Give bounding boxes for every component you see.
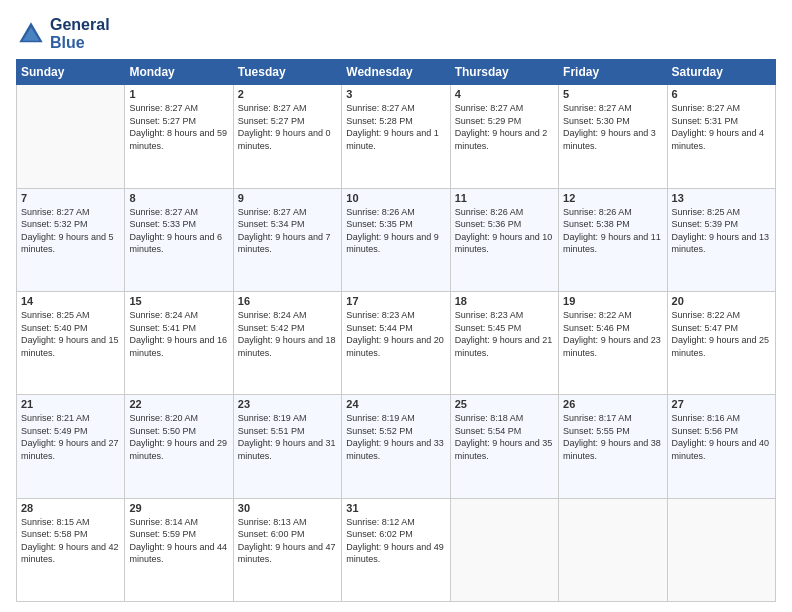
day-number: 12 (563, 192, 662, 204)
day-number: 14 (21, 295, 120, 307)
calendar-cell: 13Sunrise: 8:25 AMSunset: 5:39 PMDayligh… (667, 188, 775, 291)
calendar-cell: 29Sunrise: 8:14 AMSunset: 5:59 PMDayligh… (125, 498, 233, 601)
cell-info: Sunrise: 8:25 AMSunset: 5:40 PMDaylight:… (21, 309, 120, 359)
calendar-cell: 14Sunrise: 8:25 AMSunset: 5:40 PMDayligh… (17, 291, 125, 394)
calendar-week-1: 7Sunrise: 8:27 AMSunset: 5:32 PMDaylight… (17, 188, 776, 291)
cell-info: Sunrise: 8:23 AMSunset: 5:45 PMDaylight:… (455, 309, 554, 359)
cell-info: Sunrise: 8:15 AMSunset: 5:58 PMDaylight:… (21, 516, 120, 566)
calendar-cell: 2Sunrise: 8:27 AMSunset: 5:27 PMDaylight… (233, 85, 341, 188)
cell-info: Sunrise: 8:27 AMSunset: 5:27 PMDaylight:… (238, 102, 337, 152)
calendar-cell: 25Sunrise: 8:18 AMSunset: 5:54 PMDayligh… (450, 395, 558, 498)
calendar-cell: 4Sunrise: 8:27 AMSunset: 5:29 PMDaylight… (450, 85, 558, 188)
cell-info: Sunrise: 8:26 AMSunset: 5:36 PMDaylight:… (455, 206, 554, 256)
calendar-cell: 24Sunrise: 8:19 AMSunset: 5:52 PMDayligh… (342, 395, 450, 498)
calendar-cell: 1Sunrise: 8:27 AMSunset: 5:27 PMDaylight… (125, 85, 233, 188)
cell-info: Sunrise: 8:19 AMSunset: 5:52 PMDaylight:… (346, 412, 445, 462)
calendar-cell: 10Sunrise: 8:26 AMSunset: 5:35 PMDayligh… (342, 188, 450, 291)
cell-info: Sunrise: 8:16 AMSunset: 5:56 PMDaylight:… (672, 412, 771, 462)
day-number: 28 (21, 502, 120, 514)
calendar-table: SundayMondayTuesdayWednesdayThursdayFrid… (16, 59, 776, 602)
calendar-cell: 12Sunrise: 8:26 AMSunset: 5:38 PMDayligh… (559, 188, 667, 291)
day-number: 1 (129, 88, 228, 100)
day-number: 15 (129, 295, 228, 307)
cell-info: Sunrise: 8:19 AMSunset: 5:51 PMDaylight:… (238, 412, 337, 462)
header: General Blue (16, 16, 776, 51)
day-number: 17 (346, 295, 445, 307)
calendar-cell: 22Sunrise: 8:20 AMSunset: 5:50 PMDayligh… (125, 395, 233, 498)
day-number: 11 (455, 192, 554, 204)
day-number: 6 (672, 88, 771, 100)
calendar-header-saturday: Saturday (667, 60, 775, 85)
calendar-cell: 19Sunrise: 8:22 AMSunset: 5:46 PMDayligh… (559, 291, 667, 394)
calendar-cell: 26Sunrise: 8:17 AMSunset: 5:55 PMDayligh… (559, 395, 667, 498)
day-number: 27 (672, 398, 771, 410)
day-number: 25 (455, 398, 554, 410)
calendar-cell: 17Sunrise: 8:23 AMSunset: 5:44 PMDayligh… (342, 291, 450, 394)
calendar-cell: 28Sunrise: 8:15 AMSunset: 5:58 PMDayligh… (17, 498, 125, 601)
calendar-header-wednesday: Wednesday (342, 60, 450, 85)
calendar-cell: 31Sunrise: 8:12 AMSunset: 6:02 PMDayligh… (342, 498, 450, 601)
cell-info: Sunrise: 8:24 AMSunset: 5:41 PMDaylight:… (129, 309, 228, 359)
day-number: 8 (129, 192, 228, 204)
calendar-cell: 15Sunrise: 8:24 AMSunset: 5:41 PMDayligh… (125, 291, 233, 394)
calendar-cell: 7Sunrise: 8:27 AMSunset: 5:32 PMDaylight… (17, 188, 125, 291)
day-number: 13 (672, 192, 771, 204)
calendar-week-0: 1Sunrise: 8:27 AMSunset: 5:27 PMDaylight… (17, 85, 776, 188)
cell-info: Sunrise: 8:27 AMSunset: 5:28 PMDaylight:… (346, 102, 445, 152)
day-number: 22 (129, 398, 228, 410)
cell-info: Sunrise: 8:23 AMSunset: 5:44 PMDaylight:… (346, 309, 445, 359)
day-number: 3 (346, 88, 445, 100)
cell-info: Sunrise: 8:12 AMSunset: 6:02 PMDaylight:… (346, 516, 445, 566)
cell-info: Sunrise: 8:13 AMSunset: 6:00 PMDaylight:… (238, 516, 337, 566)
day-number: 5 (563, 88, 662, 100)
cell-info: Sunrise: 8:17 AMSunset: 5:55 PMDaylight:… (563, 412, 662, 462)
calendar-cell (450, 498, 558, 601)
day-number: 16 (238, 295, 337, 307)
cell-info: Sunrise: 8:20 AMSunset: 5:50 PMDaylight:… (129, 412, 228, 462)
logo-icon (16, 19, 46, 49)
cell-info: Sunrise: 8:27 AMSunset: 5:27 PMDaylight:… (129, 102, 228, 152)
cell-info: Sunrise: 8:27 AMSunset: 5:32 PMDaylight:… (21, 206, 120, 256)
calendar-cell: 5Sunrise: 8:27 AMSunset: 5:30 PMDaylight… (559, 85, 667, 188)
day-number: 4 (455, 88, 554, 100)
cell-info: Sunrise: 8:22 AMSunset: 5:47 PMDaylight:… (672, 309, 771, 359)
calendar-cell: 9Sunrise: 8:27 AMSunset: 5:34 PMDaylight… (233, 188, 341, 291)
calendar-cell: 27Sunrise: 8:16 AMSunset: 5:56 PMDayligh… (667, 395, 775, 498)
day-number: 29 (129, 502, 228, 514)
calendar-cell: 30Sunrise: 8:13 AMSunset: 6:00 PMDayligh… (233, 498, 341, 601)
cell-info: Sunrise: 8:27 AMSunset: 5:33 PMDaylight:… (129, 206, 228, 256)
day-number: 24 (346, 398, 445, 410)
calendar-cell: 20Sunrise: 8:22 AMSunset: 5:47 PMDayligh… (667, 291, 775, 394)
cell-info: Sunrise: 8:24 AMSunset: 5:42 PMDaylight:… (238, 309, 337, 359)
cell-info: Sunrise: 8:14 AMSunset: 5:59 PMDaylight:… (129, 516, 228, 566)
calendar-cell (559, 498, 667, 601)
calendar-cell: 6Sunrise: 8:27 AMSunset: 5:31 PMDaylight… (667, 85, 775, 188)
day-number: 23 (238, 398, 337, 410)
cell-info: Sunrise: 8:27 AMSunset: 5:29 PMDaylight:… (455, 102, 554, 152)
calendar-header-sunday: Sunday (17, 60, 125, 85)
cell-info: Sunrise: 8:25 AMSunset: 5:39 PMDaylight:… (672, 206, 771, 256)
day-number: 30 (238, 502, 337, 514)
day-number: 18 (455, 295, 554, 307)
calendar-week-2: 14Sunrise: 8:25 AMSunset: 5:40 PMDayligh… (17, 291, 776, 394)
day-number: 20 (672, 295, 771, 307)
calendar-header-monday: Monday (125, 60, 233, 85)
calendar-cell: 3Sunrise: 8:27 AMSunset: 5:28 PMDaylight… (342, 85, 450, 188)
calendar-cell: 23Sunrise: 8:19 AMSunset: 5:51 PMDayligh… (233, 395, 341, 498)
day-number: 2 (238, 88, 337, 100)
calendar-cell: 16Sunrise: 8:24 AMSunset: 5:42 PMDayligh… (233, 291, 341, 394)
page: General Blue SundayMondayTuesdayWednesda… (0, 0, 792, 612)
calendar-cell: 8Sunrise: 8:27 AMSunset: 5:33 PMDaylight… (125, 188, 233, 291)
cell-info: Sunrise: 8:21 AMSunset: 5:49 PMDaylight:… (21, 412, 120, 462)
calendar-cell: 18Sunrise: 8:23 AMSunset: 5:45 PMDayligh… (450, 291, 558, 394)
cell-info: Sunrise: 8:26 AMSunset: 5:38 PMDaylight:… (563, 206, 662, 256)
cell-info: Sunrise: 8:27 AMSunset: 5:34 PMDaylight:… (238, 206, 337, 256)
day-number: 19 (563, 295, 662, 307)
calendar-cell (667, 498, 775, 601)
calendar-header-tuesday: Tuesday (233, 60, 341, 85)
calendar-week-4: 28Sunrise: 8:15 AMSunset: 5:58 PMDayligh… (17, 498, 776, 601)
calendar-cell (17, 85, 125, 188)
cell-info: Sunrise: 8:22 AMSunset: 5:46 PMDaylight:… (563, 309, 662, 359)
day-number: 31 (346, 502, 445, 514)
day-number: 26 (563, 398, 662, 410)
